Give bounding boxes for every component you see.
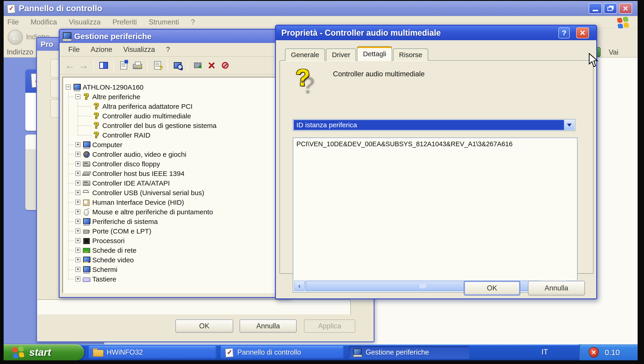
update-driver-icon[interactable] <box>192 59 204 72</box>
expand-icon[interactable]: + <box>75 267 80 272</box>
menu-item-preferiti[interactable]: Preferiti <box>112 18 137 26</box>
tree-item[interactable]: +Controller host bus IEEE 1394 <box>63 169 288 178</box>
properties-icon[interactable] <box>118 59 130 72</box>
expand-icon[interactable]: + <box>75 152 80 157</box>
tree-item[interactable]: ?Controller del bus di gestione sistema <box>63 121 288 130</box>
menu-item-modifica[interactable]: Modifica <box>30 18 57 26</box>
tree-item-label: Controller del bus di gestione sistema <box>102 122 216 130</box>
scroll-left-icon[interactable]: ‹ <box>294 281 305 291</box>
close-icon[interactable]: ✕ <box>576 28 589 38</box>
ok-button[interactable]: OK <box>176 319 233 333</box>
task-label: Gestione periferiche <box>366 348 429 356</box>
taskbar-task-hwinfo32[interactable]: HWiNFO32 <box>88 346 216 359</box>
maximize-button[interactable] <box>604 3 617 14</box>
back-icon[interactable]: ← <box>64 59 76 72</box>
security-alert-icon[interactable]: ✕ <box>589 347 599 357</box>
menu-item-file[interactable]: File <box>68 46 80 54</box>
tree-item-label: Periferiche di sistema <box>92 218 158 225</box>
expand-icon[interactable]: + <box>75 228 80 233</box>
scan-hardware-icon[interactable] <box>172 59 184 72</box>
expand-icon[interactable]: + <box>75 171 80 176</box>
expand-icon[interactable]: + <box>75 219 80 224</box>
chevron-down-icon[interactable] <box>564 120 574 130</box>
print-icon[interactable] <box>132 59 143 72</box>
ok-button[interactable]: OK <box>464 281 520 295</box>
forward-icon[interactable]: → <box>78 59 89 72</box>
tree-item[interactable]: +Computer <box>63 140 288 149</box>
expand-icon[interactable]: + <box>75 257 80 262</box>
tab-generale[interactable]: Generale <box>285 49 325 61</box>
menu-item-visualizza[interactable]: Visualizza <box>69 18 100 26</box>
properties-title: Proprietà - Controller audio multimedial… <box>281 28 441 38</box>
menu-item-[interactable]: ? <box>191 18 195 26</box>
property-dropdown[interactable]: ID istanza periferica <box>293 119 575 131</box>
device-manager-titlebar[interactable]: Gestione periferiche <box>60 30 289 43</box>
tree-item[interactable]: +Human Interface Device (HID) <box>63 198 288 207</box>
tree-item[interactable]: +Mouse e altre periferiche di puntamento <box>63 207 288 216</box>
tree-item[interactable]: ?Controller RAID <box>63 131 288 140</box>
menu-item-[interactable]: ? <box>166 46 170 54</box>
expand-icon[interactable]: + <box>75 142 80 147</box>
tree-item[interactable]: +Controller IDE ATA/ATAPI <box>63 178 288 188</box>
tree-item[interactable]: ?Controller audio multimediale <box>63 111 288 120</box>
cancel-button[interactable]: Annulla <box>240 319 297 333</box>
collapse-icon[interactable]: − <box>75 94 80 99</box>
tab-dettagli[interactable]: Dettagli <box>357 46 392 61</box>
tree-item[interactable]: +Schede di rete <box>63 246 288 255</box>
back-button[interactable]: ← <box>8 30 23 45</box>
disable-icon[interactable] <box>220 59 231 72</box>
properties-titlebar[interactable]: Proprietà - Controller audio multimedial… <box>276 26 596 40</box>
menu-item-file[interactable]: File <box>7 18 19 26</box>
tree-item[interactable]: +Porte (COM e LPT) <box>63 226 288 236</box>
help-icon[interactable]: ? <box>152 59 163 72</box>
taskbar-task-pannello-di-controllo[interactable]: Pannello di controllo <box>220 346 344 359</box>
show-console-tree-icon[interactable] <box>98 59 110 72</box>
tree-item[interactable]: +Tastiere <box>63 274 288 283</box>
expand-icon[interactable]: + <box>75 238 80 243</box>
help-button[interactable]: ? <box>558 28 570 38</box>
system-tray: ✕ 0.10 <box>579 344 638 360</box>
tree-item[interactable]: +Schede video <box>63 255 288 264</box>
start-button[interactable]: start <box>4 344 84 360</box>
expand-icon[interactable]: + <box>75 276 80 281</box>
expand-icon[interactable]: + <box>75 248 80 253</box>
mouse-cursor <box>589 53 600 68</box>
uninstall-icon[interactable]: ✕ <box>206 59 217 72</box>
expand-icon[interactable]: + <box>75 181 80 186</box>
tab-risorse[interactable]: Risorse <box>393 49 428 61</box>
expand-icon[interactable]: + <box>75 200 80 205</box>
tree-item[interactable]: −?Altre periferiche <box>63 92 288 101</box>
keyboard-device-icon <box>83 275 90 283</box>
taskbar-clock[interactable]: 0.10 <box>605 348 620 357</box>
menu-item-azione[interactable]: Azione <box>91 46 112 54</box>
tree-item[interactable]: −ATHLON-1290A160 <box>63 83 288 92</box>
tree-item-label: Processori <box>92 237 125 245</box>
cancel-button[interactable]: Annulla <box>528 281 585 295</box>
tree-item[interactable]: +Controller disco floppy <box>63 159 288 168</box>
taskbar: start IT ✕ 0.10 HWiNFO32Pannello di cont… <box>4 344 638 360</box>
expand-icon[interactable]: + <box>75 209 80 214</box>
tree-item[interactable]: ?Altra periferica adattatore PCI <box>63 102 288 111</box>
collapse-icon[interactable]: − <box>66 85 71 90</box>
expand-icon[interactable]: + <box>75 161 80 166</box>
tree-item[interactable]: +Periferiche di sistema <box>63 217 288 226</box>
device-manager-menubar: FileAzioneVisualizza? <box>60 43 289 57</box>
language-indicator[interactable]: IT <box>542 347 548 356</box>
menu-item-visualizza[interactable]: Visualizza <box>123 46 155 54</box>
mouse-device-icon <box>83 208 90 215</box>
device-manager-icon <box>62 32 72 41</box>
close-button[interactable]: ✕ <box>619 3 632 14</box>
taskbar-task-gestione-periferiche[interactable]: Gestione periferiche <box>348 346 470 359</box>
tree-item[interactable]: +Schermi <box>63 265 288 274</box>
tree-item[interactable]: +Processori <box>63 236 288 245</box>
system-device-icon <box>83 218 90 225</box>
tree-item-label: Controller IDE ATA/ATAPI <box>92 179 170 187</box>
tab-driver[interactable]: Driver <box>326 49 356 61</box>
tree-item[interactable]: +Controller USB (Universal serial bus) <box>63 188 288 197</box>
expand-icon[interactable]: + <box>75 190 80 195</box>
tree-item[interactable]: +Controller audio, video e giochi <box>63 150 288 159</box>
minimize-button[interactable] <box>589 3 602 14</box>
property-value-list[interactable]: PCI\VEN_10DE&DEV_00EA&SUBSYS_812A1043&RE… <box>293 138 578 292</box>
control-panel-titlebar[interactable]: Pannello di controllo ✕ <box>4 1 638 16</box>
menu-item-strumenti[interactable]: Strumenti <box>149 18 179 26</box>
